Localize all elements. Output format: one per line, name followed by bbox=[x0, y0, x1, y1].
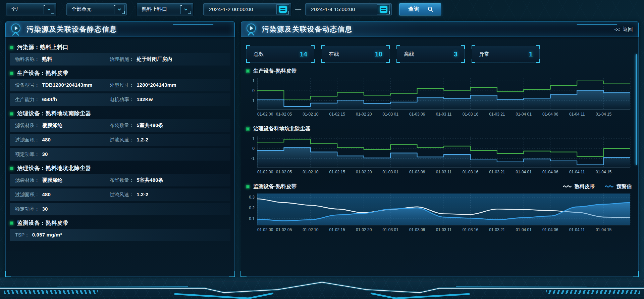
info-row: 设备型号：TDB1200*204143mm外型尺寸：1200*204143mm bbox=[10, 79, 230, 91]
section-heading: 监测设备：熟料皮带 bbox=[10, 217, 230, 229]
corner-accent bbox=[311, 59, 315, 63]
field-value: 30 bbox=[42, 206, 48, 212]
field-pair: 过滤风速：1.2-2 bbox=[110, 137, 149, 143]
bullet-icon bbox=[246, 69, 250, 73]
svg-text:01-02 20: 01-02 20 bbox=[356, 170, 372, 174]
status-summary: 总数14在线10离线3异常1 bbox=[247, 46, 633, 62]
svg-text:-1: -1 bbox=[251, 98, 255, 103]
corner-accent bbox=[396, 45, 400, 49]
field-label: 过滤面积： bbox=[15, 137, 40, 143]
svg-text:0.2: 0.2 bbox=[249, 206, 255, 210]
field-value: 熟料 bbox=[42, 56, 52, 62]
field-pair: 生产能力：650t/h bbox=[15, 96, 110, 103]
chart-block: 治理设备料地坑北除尘器10-101-02 0001-02 0501-02 100… bbox=[246, 124, 634, 178]
svg-text:01-04 11: 01-04 11 bbox=[569, 112, 585, 117]
stat-value: 1 bbox=[529, 50, 533, 58]
chevron-down-icon[interactable] bbox=[180, 5, 191, 14]
query-button[interactable]: 查询 bbox=[399, 3, 441, 15]
chevron-down-icon[interactable] bbox=[114, 5, 125, 14]
field-pair: 滤袋材质：覆膜涤纶 bbox=[15, 177, 110, 183]
select-unit-value: 全部单元 bbox=[71, 6, 92, 12]
field-label: 物料名称： bbox=[15, 56, 40, 62]
svg-text:01-03 11: 01-03 11 bbox=[436, 227, 452, 232]
field-pair: 过滤面积：480 bbox=[15, 137, 110, 143]
legend: 熟料皮带预警信 bbox=[563, 183, 634, 190]
chevron-down-icon[interactable] bbox=[44, 5, 54, 14]
svg-text:-1: -1 bbox=[251, 156, 255, 161]
static-panel-title: 污染源及关联设备静态信息 bbox=[26, 25, 117, 34]
corner-accent bbox=[311, 45, 315, 49]
field-value: 1.2-2 bbox=[137, 137, 148, 142]
info-row: 滤袋材质：覆膜涤纶布华数量：5室共480条 bbox=[10, 174, 230, 186]
field-label: 过滤风速： bbox=[110, 137, 134, 143]
svg-text:0: 0 bbox=[252, 146, 255, 151]
chart-plot: 10-101-02 0001-02 0501-02 1001-02 1501-0… bbox=[246, 134, 634, 178]
stat-label: 离线 bbox=[404, 51, 414, 58]
field-pair: 治理措施：处于封闭厂房内 bbox=[110, 56, 172, 62]
section-heading-text: 污染源：熟料上料口 bbox=[17, 44, 68, 51]
legend-item[interactable]: 预警信 bbox=[605, 183, 632, 190]
chart-title-row: 生产设备-熟料皮带 bbox=[246, 66, 634, 76]
svg-text:01-02 00: 01-02 00 bbox=[257, 112, 273, 117]
field-pair: 电机功率：132Kw bbox=[110, 96, 153, 103]
svg-text:01-03 01: 01-03 01 bbox=[382, 170, 398, 174]
date-end-input[interactable]: 2024-1-4 15:00:00 bbox=[305, 3, 392, 15]
svg-text:01-03 06: 01-03 06 bbox=[409, 170, 425, 174]
field-value: 5室共480条 bbox=[137, 122, 163, 129]
calendar-icon[interactable] bbox=[377, 4, 390, 14]
calendar-icon[interactable] bbox=[276, 4, 289, 14]
date-start-value: 2024-1-2 00:00:00 bbox=[209, 6, 253, 12]
legend-wave-icon bbox=[605, 184, 613, 189]
stat-card: 总数14 bbox=[247, 46, 314, 62]
select-unit[interactable]: 全部单元 bbox=[66, 3, 127, 15]
field-pair: 物料名称：熟料 bbox=[15, 56, 110, 62]
chart-title: 治理设备料地坑北除尘器 bbox=[253, 125, 311, 132]
bullet-icon bbox=[246, 127, 250, 131]
stat-label: 总数 bbox=[254, 51, 264, 58]
svg-text:1: 1 bbox=[252, 79, 255, 83]
stat-value: 14 bbox=[300, 50, 307, 58]
field-value: 30 bbox=[42, 151, 48, 157]
section-heading: 生产设备：熟料皮带 bbox=[10, 68, 230, 79]
corner-accent bbox=[321, 45, 325, 49]
section-heading-text: 生产设备：熟料皮带 bbox=[17, 70, 68, 77]
search-icon bbox=[428, 6, 433, 12]
svg-text:01-02 10: 01-02 10 bbox=[303, 227, 319, 232]
bullet-icon bbox=[10, 46, 13, 49]
stat-value: 3 bbox=[454, 50, 458, 58]
static-info-fields: 污染源：熟料上料口物料名称：熟料治理措施：处于封闭厂房内生产设备：熟料皮带设备型… bbox=[6, 37, 234, 241]
svg-text:01-03 21: 01-03 21 bbox=[489, 112, 505, 117]
select-plant[interactable]: 全厂 bbox=[6, 3, 56, 15]
section-heading: 治理设备：熟料地坑北除尘器 bbox=[10, 163, 230, 174]
dynamic-panel-header: 污染源及关联设备动态信息 << 返回 bbox=[241, 22, 639, 37]
field-pair: 布袋数量：5室共480条 bbox=[110, 122, 163, 129]
field-pair: 过滤面积：480 bbox=[15, 191, 110, 198]
svg-text:01-02 15: 01-02 15 bbox=[329, 112, 345, 117]
legend-wave-icon bbox=[563, 184, 572, 189]
filter-bar: 全厂 全部单元 熟料上料口 2024-1-2 00:00:00 — 2024-1… bbox=[0, 0, 644, 15]
dynamic-info-content: 总数14在线10离线3异常1 生产设备-熟料皮带10-101-02 0001-0… bbox=[241, 37, 638, 236]
svg-text:01-04 15: 01-04 15 bbox=[596, 112, 612, 117]
field-label: 布袋数量： bbox=[110, 122, 134, 129]
scrollbar-thumb[interactable] bbox=[636, 54, 637, 165]
bullet-icon bbox=[246, 185, 250, 188]
dynamic-panel-title: 污染源及关联设备动态信息 bbox=[262, 25, 353, 34]
legend-item[interactable]: 熟料皮带 bbox=[563, 183, 595, 190]
svg-text:0: 0 bbox=[252, 88, 255, 93]
info-row: 物料名称：熟料治理措施：处于封闭厂房内 bbox=[10, 53, 230, 66]
select-plant-value: 全厂 bbox=[11, 6, 21, 12]
legend-label: 熟料皮带 bbox=[575, 183, 595, 190]
svg-text:01-02 00: 01-02 00 bbox=[257, 227, 273, 232]
svg-text:01-03 11: 01-03 11 bbox=[436, 170, 452, 174]
corner-accent bbox=[472, 59, 475, 63]
back-button[interactable]: << 返回 bbox=[614, 26, 633, 33]
corner-accent bbox=[536, 45, 540, 49]
select-pollution-source[interactable]: 熟料上料口 bbox=[137, 3, 193, 15]
legend-label: 预警信 bbox=[616, 183, 632, 190]
field-value: 480 bbox=[42, 191, 51, 197]
chart-title-row: 监测设备-熟料皮带熟料皮带预警信 bbox=[246, 181, 634, 191]
date-start-input[interactable]: 2024-1-2 00:00:00 bbox=[203, 3, 291, 15]
chart-title-row: 治理设备料地坑北除尘器 bbox=[246, 124, 634, 134]
svg-text:01-02 15: 01-02 15 bbox=[329, 170, 345, 174]
field-label: 额定功率： bbox=[15, 206, 40, 212]
